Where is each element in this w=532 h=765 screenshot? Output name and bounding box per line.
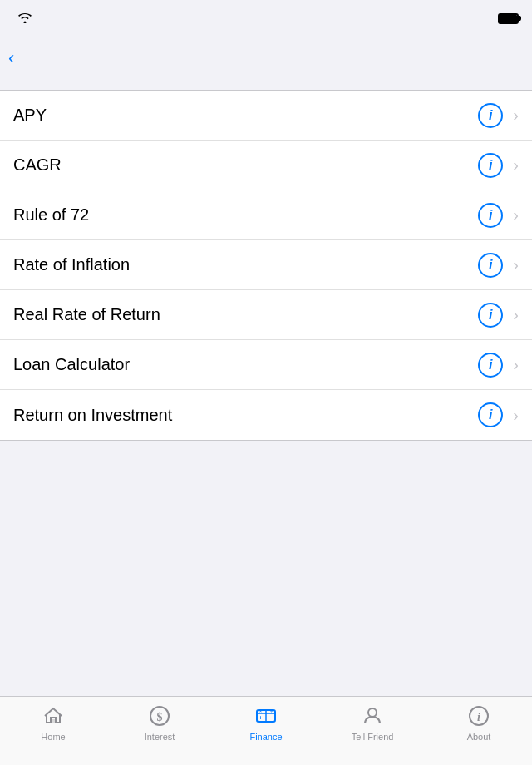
info-button[interactable]: i (478, 253, 503, 278)
list-item[interactable]: Loan Calculator i › (0, 340, 532, 390)
list-item[interactable]: Rule of 72 i › (0, 190, 532, 240)
tab-label-about: About (467, 732, 491, 742)
svg-point-10 (368, 708, 377, 717)
wifi-icon (18, 13, 32, 23)
info-button[interactable]: i (478, 402, 503, 427)
row-label: Return on Investment (13, 406, 478, 425)
tell-friend-icon (360, 703, 385, 728)
list-item[interactable]: Return on Investment i › (0, 390, 532, 440)
list-item[interactable]: Rate of Inflation i › (0, 240, 532, 290)
svg-text:÷: ÷ (270, 708, 273, 713)
navigation-bar: ‹ (0, 37, 532, 81)
info-button[interactable]: i (478, 203, 503, 228)
chevron-right-icon: › (513, 205, 519, 225)
tab-about[interactable]: i About (426, 703, 532, 742)
about-icon: i (466, 703, 491, 728)
chevron-right-icon: › (513, 406, 519, 425)
tab-interest[interactable]: $ Interest (106, 703, 213, 742)
tab-label-home: Home (41, 732, 65, 742)
row-label: APY (13, 106, 478, 125)
info-button[interactable]: i (478, 103, 503, 128)
list-item[interactable]: APY i › (0, 91, 532, 141)
svg-rect-0 (51, 719, 56, 723)
row-label: Real Rate of Return (13, 305, 478, 324)
info-button[interactable]: i (478, 153, 503, 178)
functions-list: APY i › CAGR i › Rule of 72 i › Rate of … (0, 90, 532, 441)
back-button[interactable]: ‹ (8, 50, 16, 67)
tab-label-tell-friend: Tell Friend (352, 732, 394, 742)
row-label: CAGR (13, 155, 478, 175)
chevron-right-icon: › (513, 255, 519, 274)
tab-tell-friend[interactable]: Tell Friend (319, 703, 426, 742)
chevron-right-icon: › (513, 305, 519, 324)
home-icon (41, 703, 66, 728)
info-button[interactable]: i (478, 353, 503, 378)
tab-finance[interactable]: + − × ÷ Finance (213, 703, 319, 742)
finance-icon: + − × ÷ (254, 703, 278, 728)
chevron-right-icon: › (513, 155, 519, 175)
svg-text:×: × (259, 708, 262, 713)
battery-icon (498, 13, 519, 24)
tab-bar: Home $ Interest + − × ÷ Finance Tell Fri… (0, 696, 532, 765)
svg-text:$: $ (157, 711, 163, 723)
status-right (498, 13, 519, 24)
chevron-right-icon: › (513, 106, 519, 125)
tab-home[interactable]: Home (0, 703, 106, 742)
row-label: Rate of Inflation (13, 255, 478, 274)
svg-text:+: + (259, 715, 262, 721)
info-button[interactable]: i (478, 303, 503, 328)
svg-text:i: i (477, 711, 480, 723)
svg-text:−: − (269, 715, 273, 721)
row-label: Rule of 72 (13, 205, 478, 225)
carrier-label (13, 13, 32, 23)
chevron-right-icon: › (513, 355, 519, 374)
row-label: Loan Calculator (13, 355, 478, 374)
status-bar (0, 0, 532, 37)
tab-label-finance: Finance (249, 732, 282, 742)
list-item[interactable]: Real Rate of Return i › (0, 290, 532, 340)
list-item[interactable]: CAGR i › (0, 141, 532, 190)
interest-icon: $ (147, 703, 172, 728)
tab-label-interest: Interest (145, 732, 175, 742)
back-chevron-icon: ‹ (8, 49, 14, 67)
